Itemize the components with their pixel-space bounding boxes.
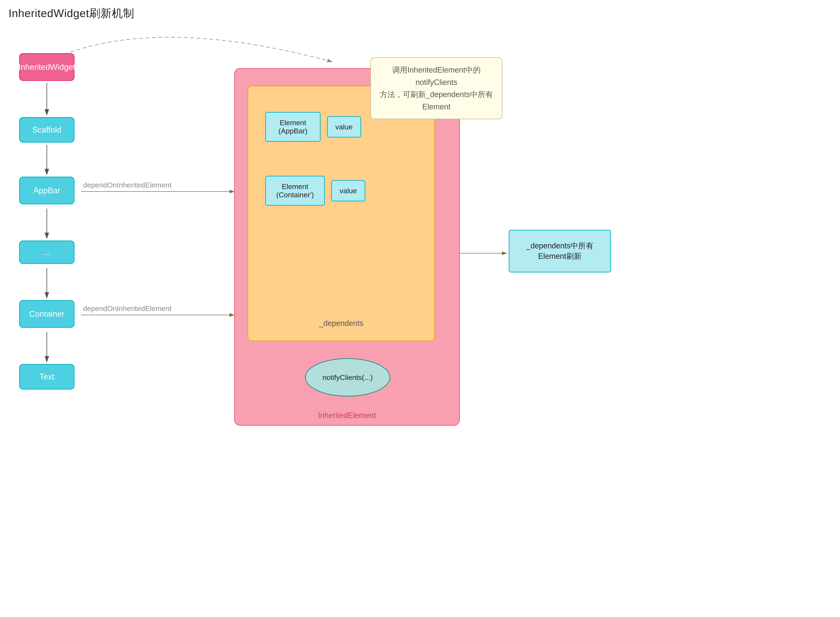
value-box-1: value: [327, 116, 361, 137]
edge-label-appbar: dependOnInheritedElement: [83, 181, 171, 189]
node-text: Text: [19, 364, 74, 390]
dependents-label: _dependents: [248, 319, 434, 328]
notify-clients-box: notifyClients(...): [305, 358, 390, 397]
element-container-box: Element (Container'): [265, 176, 325, 205]
callout-line1: 调用InheritedElement中的notifyClients: [378, 64, 494, 88]
node-scaffold: Scaffold: [19, 117, 74, 143]
element-appbar-box: Element (AppBar): [265, 112, 320, 142]
inherited-element-label: InheritedElement: [235, 411, 459, 420]
callout-line2: 方法，可刷新_dependents中所有: [378, 88, 494, 101]
page-title: InheritedWidget刷新机制: [9, 6, 134, 21]
node-appbar: AppBar: [19, 177, 74, 204]
node-ellipsis: ...: [19, 241, 74, 264]
callout-box: 调用InheritedElement中的notifyClients 方法，可刷新…: [371, 58, 502, 119]
inherited-element-outer: InheritedElement Element (AppBar) value …: [234, 68, 460, 426]
edge-label-container: dependOnInheritedElement: [83, 304, 171, 313]
dependents-container: Element (AppBar) value Element (Containe…: [248, 86, 435, 341]
node-inheritedwidget: InheritedWidget: [19, 53, 74, 81]
node-container: Container: [19, 300, 74, 328]
result-box: _dependents中所有Element刷新: [509, 230, 611, 272]
callout-line3: Element: [378, 101, 494, 113]
value-box-2: value: [331, 180, 365, 201]
